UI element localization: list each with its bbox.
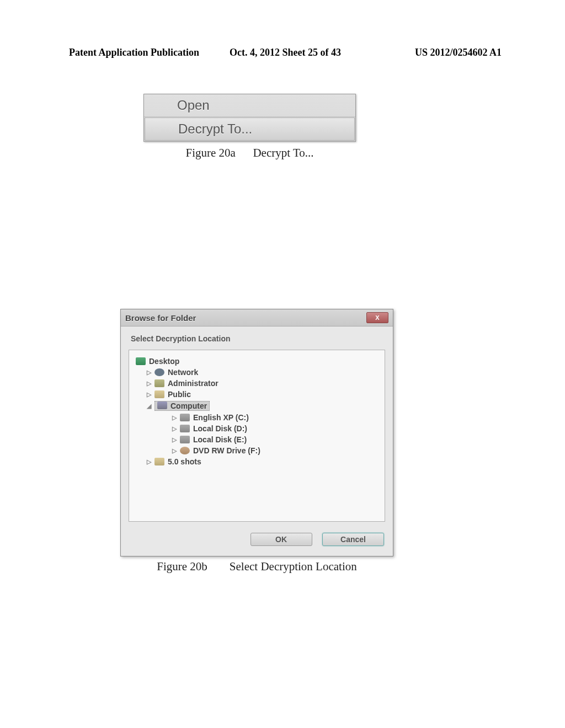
chevron-down-icon[interactable]: ◢ <box>147 403 153 410</box>
ok-button[interactable]: OK <box>250 533 312 546</box>
close-icon: X <box>375 314 379 321</box>
drive-icon <box>180 425 190 432</box>
browse-folder-dialog: Browse for Folder X Select Decryption Lo… <box>120 309 393 556</box>
tree-item-administrator[interactable]: ▷ Administrator <box>134 378 380 389</box>
chevron-right-icon[interactable]: ▷ <box>172 436 179 443</box>
chevron-right-icon[interactable]: ▷ <box>147 391 153 398</box>
dialog-subtitle: Select Decryption Location <box>121 326 393 349</box>
header-patent-number: US 2012/0254602 A1 <box>358 47 502 58</box>
tree-item-drive-d[interactable]: ▷ Local Disk (D:) <box>134 423 380 434</box>
computer-icon <box>157 402 167 409</box>
tree-label: Desktop <box>149 357 179 366</box>
tree-label: Public <box>168 390 191 399</box>
figure-20a-text: Decrypt To... <box>253 146 313 159</box>
chevron-right-icon[interactable]: ▷ <box>172 414 179 421</box>
figure-20b-caption: Figure 20b Select Decryption Location <box>120 560 393 574</box>
dialog-button-row: OK Cancel <box>121 527 393 556</box>
header-publication-label: Patent Application Publication <box>69 47 213 58</box>
network-icon <box>154 368 164 376</box>
folder-icon <box>154 390 164 398</box>
tree-item-drive-e[interactable]: ▷ Local Disk (E:) <box>134 434 380 445</box>
figure-20a-label: Figure 20a <box>185 146 235 159</box>
folder-tree[interactable]: Desktop ▷ Network ▷ Administrator ▷ Publ… <box>129 350 385 522</box>
tree-label: Local Disk (E:) <box>193 435 247 444</box>
tree-item-desktop[interactable]: Desktop <box>134 356 380 367</box>
header-date-sheet: Oct. 4, 2012 Sheet 25 of 43 <box>213 47 357 58</box>
drive-icon <box>180 436 190 443</box>
menu-item-decrypt-to[interactable]: Decrypt To... <box>145 117 355 141</box>
figure-20b-label: Figure 20b <box>157 560 207 574</box>
dialog-title: Browse for Folder <box>125 313 196 323</box>
tree-label: 5.0 shots <box>168 457 201 466</box>
tree-item-drive-c[interactable]: ▷ English XP (C:) <box>134 412 380 423</box>
figure-20b: Browse for Folder X Select Decryption Lo… <box>120 309 393 574</box>
cancel-button[interactable]: Cancel <box>322 533 384 546</box>
tree-item-computer[interactable]: ◢ Computer <box>134 400 380 412</box>
context-menu: Open Decrypt To... <box>143 94 356 142</box>
chevron-right-icon[interactable]: ▷ <box>147 380 153 387</box>
desktop-icon <box>136 357 146 365</box>
figure-20a: Open Decrypt To... Figure 20a Decrypt To… <box>143 94 356 160</box>
dialog-titlebar: Browse for Folder X <box>121 309 393 326</box>
folder-icon <box>154 458 164 465</box>
dvd-drive-icon <box>180 447 190 454</box>
folder-icon <box>154 379 164 387</box>
chevron-right-icon[interactable]: ▷ <box>172 447 179 454</box>
tree-label: Computer <box>170 402 207 410</box>
tree-item-drive-f[interactable]: ▷ DVD RW Drive (F:) <box>134 445 380 456</box>
tree-label: Local Disk (D:) <box>193 424 247 433</box>
tree-item-network[interactable]: ▷ Network <box>134 367 380 378</box>
menu-item-open[interactable]: Open <box>144 94 355 117</box>
page-header: Patent Application Publication Oct. 4, 2… <box>0 0 565 58</box>
tree-label: English XP (C:) <box>193 413 249 422</box>
figure-20b-text: Select Decryption Location <box>230 560 357 574</box>
chevron-right-icon[interactable]: ▷ <box>147 458 153 465</box>
chevron-right-icon[interactable]: ▷ <box>172 425 179 432</box>
tree-label: Network <box>168 368 198 377</box>
chevron-right-icon[interactable]: ▷ <box>147 369 153 376</box>
tree-item-shots[interactable]: ▷ 5.0 shots <box>134 456 380 467</box>
drive-icon <box>180 414 190 421</box>
close-button[interactable]: X <box>366 312 388 323</box>
tree-label: Administrator <box>168 379 218 388</box>
tree-label: DVD RW Drive (F:) <box>193 446 260 455</box>
figure-20a-caption: Figure 20a Decrypt To... <box>143 146 356 160</box>
tree-item-public[interactable]: ▷ Public <box>134 389 380 400</box>
